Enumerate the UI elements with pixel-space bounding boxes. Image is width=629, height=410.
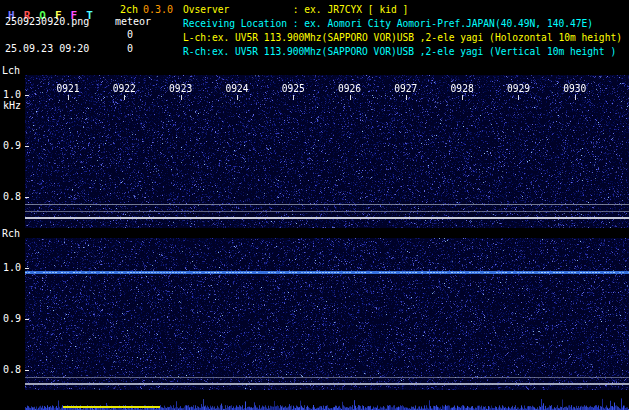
time-label: 0924: [225, 84, 248, 94]
freq-tick-label: 0.9: [3, 141, 21, 151]
time-label: 0921: [57, 84, 80, 94]
time-label: 0928: [451, 84, 474, 94]
observer-info-line: L-ch:ex. UV5R 113.900Mhz(SAPPORO VOR)USB…: [183, 31, 622, 45]
panel-label: Lch: [2, 66, 20, 76]
output-filename: 2509230920.png: [5, 17, 89, 27]
time-label: 0922: [113, 84, 136, 94]
time-label: 0923: [169, 84, 192, 94]
lch-spectrogram: [25, 75, 629, 228]
observer-info: Ovserver : ex. JR7CYX [ kid ]Receiving L…: [183, 3, 622, 59]
meteor-count-value: 0: [100, 30, 133, 40]
version-label: 0.3.0: [143, 5, 173, 15]
time-label: 0930: [563, 84, 586, 94]
freq-tick-label: 0.8: [3, 365, 21, 375]
total-count-value: 0: [100, 44, 133, 54]
meteor-counter-label: meteor: [115, 17, 151, 27]
freq-tick-label: 0.9: [3, 314, 21, 324]
rch-spectrogram: [25, 238, 629, 390]
time-label: 0926: [338, 84, 361, 94]
signal-level-strip: [0, 390, 629, 410]
freq-tick-label: 1.0: [3, 263, 21, 273]
freq-unit-label: kHz: [3, 101, 21, 111]
time-label: 0929: [507, 84, 530, 94]
freq-tick-label: 1.0: [3, 90, 21, 100]
hrofft-window: HROFFT 2ch 0.3.0 2509230920.png meteor 0…: [0, 0, 629, 410]
channel-mode-label: 2ch: [120, 5, 138, 15]
datetime-label: 25.09.23 09:20: [5, 44, 89, 54]
observer-info-line: Receiving Location : ex. Aomori City Aom…: [183, 17, 622, 31]
observer-info-line: Ovserver : ex. JR7CYX [ kid ]: [183, 3, 622, 17]
time-label: 0925: [282, 84, 305, 94]
panel-label: Rch: [2, 229, 20, 239]
freq-tick-label: 0.8: [3, 192, 21, 202]
time-label: 0927: [394, 84, 417, 94]
observer-info-line: R-ch:ex. UV5R 113.900Mhz(SAPPORO VOR)USB…: [183, 45, 622, 59]
